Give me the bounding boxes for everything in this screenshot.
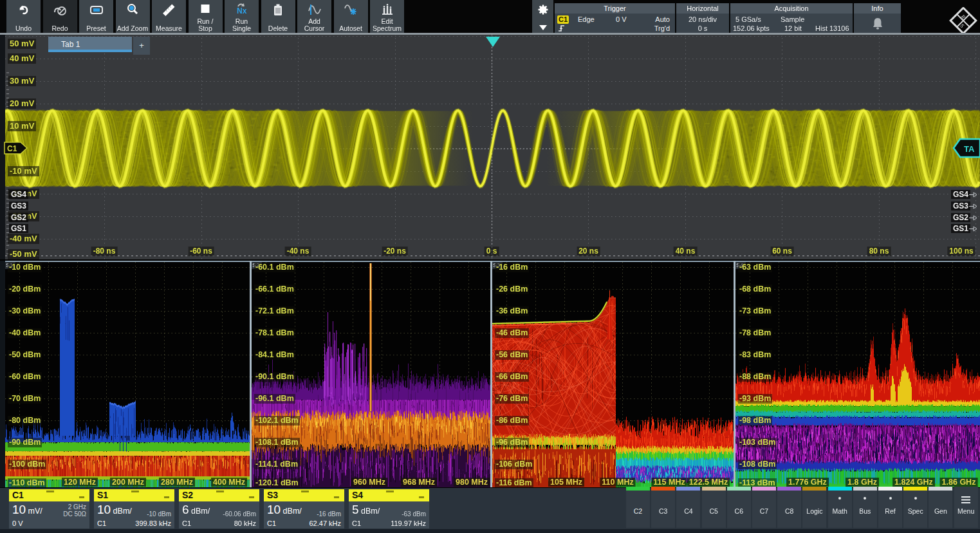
svg-text:Nx: Nx: [237, 6, 247, 15]
svg-text:R: R: [959, 13, 967, 21]
svg-text:TA: TA: [964, 144, 975, 154]
svg-text:C1: C1: [7, 144, 17, 153]
